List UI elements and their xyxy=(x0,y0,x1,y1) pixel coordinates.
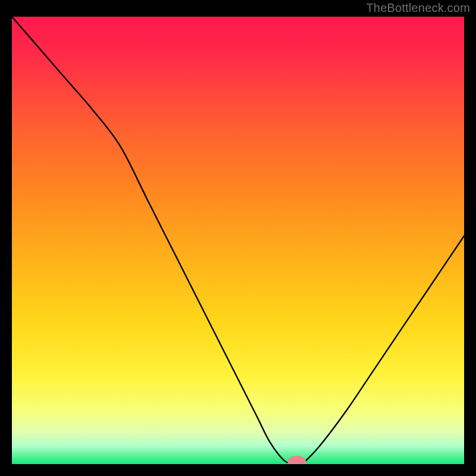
bottleneck-chart xyxy=(12,17,464,464)
plot-area xyxy=(12,17,464,464)
watermark-text: TheBottleneck.com xyxy=(366,1,470,15)
chart-frame: TheBottleneck.com xyxy=(0,0,476,476)
gradient-background xyxy=(12,17,464,464)
